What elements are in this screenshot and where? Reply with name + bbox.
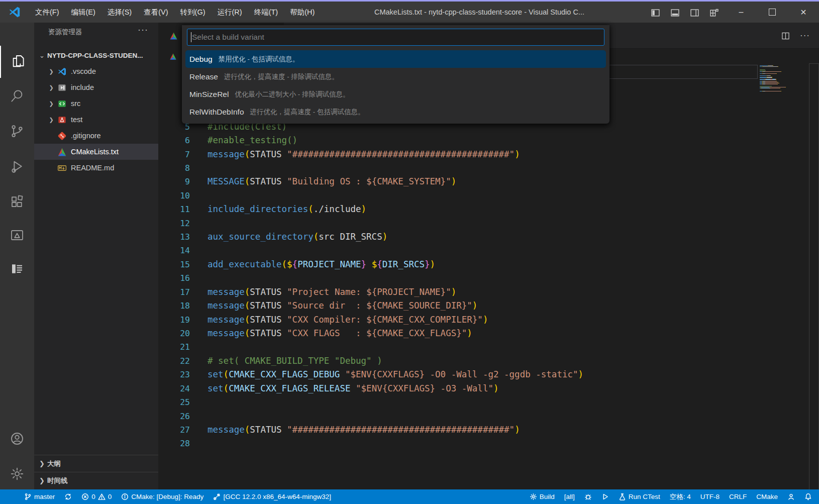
debug-button[interactable]	[584, 493, 592, 500]
sync-icon	[64, 493, 72, 500]
eol-status[interactable]: CRLF	[729, 493, 747, 500]
feedback-icon	[787, 493, 795, 500]
search-icon	[10, 88, 25, 106]
src-folder-icon	[57, 99, 67, 109]
menu-e[interactable]: 编辑(E)	[65, 2, 101, 23]
editor-more-actions-icon[interactable]: ···	[800, 31, 810, 41]
activity-accounts[interactable]	[0, 424, 34, 456]
toggle-secondary-sidebar-icon[interactable]	[690, 9, 699, 16]
gear-small-icon	[530, 493, 537, 500]
tree-item-include[interactable]: ❯include	[34, 79, 158, 95]
activity-search[interactable]	[0, 81, 34, 113]
activity-settings[interactable]	[0, 459, 34, 491]
git-branch-icon	[24, 493, 32, 500]
ctest-button[interactable]: Run CTest	[619, 493, 660, 500]
kit-status[interactable]: [GCC 12.2.0 x86_64-w64-mingw32]	[213, 493, 331, 500]
title-bar: 文件(F)编辑(E)选择(S)查看(V)转到(G)运行(R)终端(T)帮助(H)…	[0, 2, 819, 23]
tree-item-src[interactable]: ❯src	[34, 95, 158, 112]
customize-layout-icon[interactable]	[710, 9, 719, 16]
line-number: 14	[158, 244, 190, 257]
quickpick-item-minsizerel[interactable]: MinSizeRel优化最小二进制大小 - 排除调试信息。	[185, 85, 606, 103]
menu-f[interactable]: 文件(F)	[29, 2, 65, 23]
vscode-folder-icon	[57, 67, 67, 76]
activity-source-control[interactable]	[0, 116, 34, 148]
code-line-8: 8	[158, 161, 759, 175]
menu-t[interactable]: 终端(T)	[248, 2, 284, 23]
chevron-right-icon: ❯	[47, 117, 55, 123]
scrollbar[interactable]	[809, 63, 819, 490]
launch-button[interactable]	[601, 493, 609, 500]
activity-project-outline[interactable]	[0, 254, 34, 286]
section-timeline[interactable]: ❯时间线	[34, 472, 158, 489]
chevron-right-icon: ❯	[47, 100, 55, 107]
toggle-sidebar-icon[interactable]	[651, 9, 660, 16]
code-line-25: 25	[158, 395, 759, 409]
notifications-button[interactable]	[804, 493, 812, 500]
file-label: CMakeLists.txt	[71, 148, 119, 156]
quickpick-item-relwithdebinfo[interactable]: RelWithDebInfo进行优化，提高速度 - 包括调试信息。	[185, 103, 606, 121]
line-number: 13	[158, 230, 190, 244]
menu-g[interactable]: 转到(G)	[174, 2, 212, 23]
code-line-28: 28	[158, 437, 759, 450]
chevron-right-icon: ❯	[47, 84, 55, 91]
status-bar: master00CMake: [Debug]: Ready[GCC 12.2.0…	[0, 489, 819, 504]
bug-icon	[584, 493, 592, 500]
file-tree: ❯.vscode❯include❯src❯test❯.gitignore❯CMa…	[34, 63, 158, 176]
code-line-20: 20message(STATUS "CXX FLAGS : ${CMAKE_CX…	[158, 327, 759, 340]
quickpick-input[interactable]: Select a build variant	[187, 29, 604, 46]
split-editor-icon[interactable]	[781, 32, 790, 40]
more-actions-icon[interactable]: ···	[138, 25, 148, 35]
chevron-right-icon: ❯	[47, 68, 55, 75]
activity-explorer[interactable]	[0, 46, 35, 78]
menu-v[interactable]: 查看(V)	[138, 2, 174, 23]
line-number: 12	[158, 217, 190, 230]
line-number: 15	[158, 258, 190, 271]
menu-h[interactable]: 帮助(H)	[284, 2, 321, 23]
line-number: 28	[158, 437, 190, 450]
tree-item-readmemd[interactable]: ❯README.md	[34, 160, 158, 176]
line-number: 27	[158, 423, 190, 437]
section-outline[interactable]: ❯大纲	[34, 455, 158, 472]
indentation-status[interactable]: 空格: 4	[670, 492, 691, 501]
minimize-button[interactable]: –	[726, 2, 757, 23]
gear-icon	[10, 466, 25, 483]
close-button[interactable]: ✕	[788, 2, 819, 23]
code-line-23: 23set(CMAKE_CXX_FLAGS_DEBUG "$ENV{CXXFLA…	[158, 368, 759, 381]
test-folder-icon	[57, 115, 67, 125]
toggle-panel-icon[interactable]	[671, 9, 679, 16]
feedback-button[interactable]	[787, 493, 795, 500]
sync-status[interactable]	[64, 493, 72, 500]
activity-cmake-tools[interactable]	[0, 220, 34, 252]
tree-root-folder[interactable]: ⌄ NYTD-CPP-CLASS-STUDEN...	[34, 47, 158, 63]
tree-item-cmakeliststxt[interactable]: ❯CMakeLists.txt	[34, 144, 158, 160]
play-icon	[601, 493, 609, 500]
line-number: 18	[158, 299, 190, 313]
quickpick-item-debug[interactable]: Debug禁用优化 - 包括调试信息。	[185, 50, 606, 68]
activity-extensions[interactable]	[0, 186, 34, 219]
maximize-button[interactable]	[757, 2, 788, 23]
vscode-window: 文件(F)编辑(E)选择(S)查看(V)转到(G)运行(R)终端(T)帮助(H)…	[0, 0, 819, 504]
quickpick-item-release[interactable]: Release进行优化，提高速度 - 排除调试信息。	[185, 68, 606, 85]
line-number: 9	[158, 175, 190, 188]
language-status[interactable]: CMake	[756, 493, 778, 500]
code-line-17: 17message(STATUS "Project Name: ${PROJEC…	[158, 285, 759, 299]
cmake-status[interactable]: CMake: [Debug]: Ready	[121, 493, 203, 500]
beaker-icon	[619, 493, 626, 500]
tree-item-gitignore[interactable]: ❯.gitignore	[34, 128, 158, 144]
cmake-tools-icon	[10, 228, 25, 245]
quickpick-list: Debug禁用优化 - 包括调试信息。Release进行优化，提高速度 - 排除…	[182, 50, 609, 121]
tree-item-test[interactable]: ❯test	[34, 112, 158, 128]
tree-item-vscode[interactable]: ❯.vscode	[34, 63, 158, 79]
problems-status[interactable]: 00	[81, 493, 112, 500]
build-target[interactable]: [all]	[564, 493, 575, 500]
include-folder-icon	[57, 83, 67, 92]
activity-run-debug[interactable]	[0, 151, 34, 183]
encoding-status[interactable]: UTF-8	[700, 493, 720, 500]
line-number: 16	[158, 271, 190, 285]
line-number: 7	[158, 148, 190, 161]
branch-status[interactable]: master	[24, 493, 55, 500]
build-button[interactable]: Build	[530, 493, 555, 500]
menu-s[interactable]: 选择(S)	[101, 2, 138, 23]
menu-r[interactable]: 运行(R)	[211, 2, 248, 23]
code-line-18: 18message(STATUS "Source dir : ${CMAKE_S…	[158, 299, 759, 313]
